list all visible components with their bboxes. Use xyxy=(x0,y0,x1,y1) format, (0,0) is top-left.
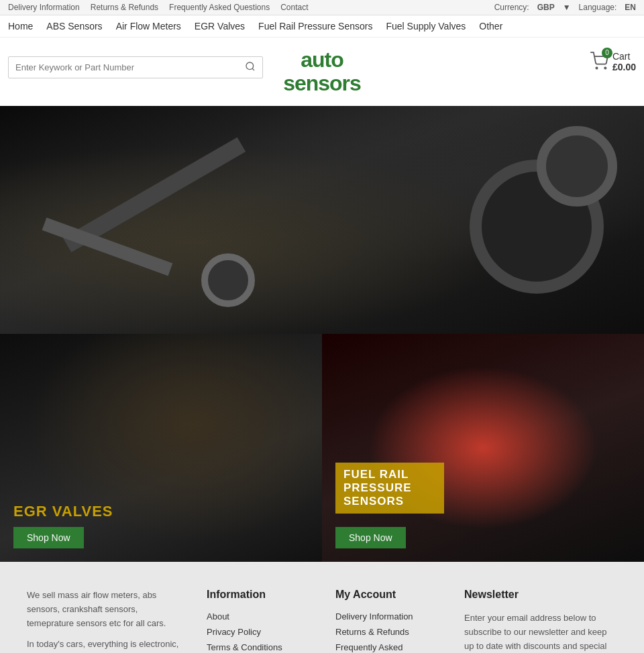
main-nav: Home ABS Sensors Air Flow Meters EGR Val… xyxy=(0,15,644,38)
egr-shop-now-button[interactable]: Shop Now xyxy=(13,527,84,548)
fuel-banner-title: FUEL RAIL PRESSURE SENSORS xyxy=(343,468,436,508)
footer-returns-link[interactable]: Returns & Refunds xyxy=(335,627,437,637)
top-bar: Delivery Information Returns & Refunds F… xyxy=(0,0,644,15)
top-bar-links: Delivery Information Returns & Refunds F… xyxy=(8,3,309,12)
fuel-banner-title-wrap: FUEL RAIL PRESSURE SENSORS xyxy=(335,463,444,514)
egr-banner: EGR VALVES Shop Now xyxy=(0,334,322,562)
nav-fuel-supply[interactable]: Fuel Supply Valves xyxy=(386,21,466,32)
footer-terms-link[interactable]: Terms & Conditions xyxy=(207,642,309,652)
egr-banner-title: EGR VALVES xyxy=(13,503,113,520)
language-label: Language: xyxy=(579,3,617,12)
fuel-banner-content: FUEL RAIL PRESSURE SENSORS Shop Now xyxy=(335,463,553,548)
svg-point-0 xyxy=(246,62,254,70)
footer-faq-link[interactable]: Frequently Asked Questions xyxy=(335,642,437,653)
currency-label: Currency: xyxy=(494,3,529,12)
nav-air-flow-meters[interactable]: Air Flow Meters xyxy=(116,21,181,32)
footer-info-col: Information About Privacy Policy Terms &… xyxy=(207,589,309,653)
search-icon xyxy=(245,61,256,72)
site-logo[interactable]: auto sensors xyxy=(283,48,361,95)
footer-newsletter-heading: Newsletter xyxy=(464,589,617,601)
top-bar-settings: Currency: GBP ▼ Language: EN xyxy=(494,3,636,12)
footer-about-link[interactable]: About xyxy=(207,611,309,621)
hero-bg xyxy=(0,106,644,334)
footer-newsletter-desc: Enter your email address below to subscr… xyxy=(464,611,617,653)
cart-info: Cart £0.00 xyxy=(612,51,636,72)
footer-privacy-link[interactable]: Privacy Policy xyxy=(207,627,309,637)
nav-egr-valves[interactable]: EGR Valves xyxy=(195,21,245,32)
hero-image xyxy=(0,106,644,334)
footer-delivery-link[interactable]: Delivery Information xyxy=(335,611,437,621)
language-value[interactable]: EN xyxy=(625,3,636,12)
cart-badge: 0 xyxy=(602,48,612,58)
search-input[interactable] xyxy=(9,58,238,76)
hero-decoration-circle2 xyxy=(537,126,617,206)
footer-newsletter-col: Newsletter Enter your email address belo… xyxy=(464,589,617,653)
footer-info-heading: Information xyxy=(207,589,309,601)
nav-abs-sensors[interactable]: ABS Sensors xyxy=(46,21,102,32)
fuel-banner: FUEL RAIL PRESSURE SENSORS Shop Now xyxy=(322,334,644,562)
egr-banner-content: EGR VALVES Shop Now xyxy=(13,503,113,548)
logo-line2: sensors xyxy=(283,72,361,95)
cart-amount: £0.00 xyxy=(612,62,636,72)
nav-home[interactable]: Home xyxy=(8,21,33,32)
search-button[interactable] xyxy=(238,57,262,78)
cart-icon-wrap[interactable]: 0 xyxy=(590,52,608,72)
nav-fuel-rail[interactable]: Fuel Rail Pressure Sensors xyxy=(258,21,372,32)
footer-account-heading: My Account xyxy=(335,589,437,601)
svg-line-1 xyxy=(252,68,254,70)
svg-point-3 xyxy=(604,67,606,68)
footer-about-col: We sell mass air flow meters, abs sensor… xyxy=(27,589,180,653)
topbar-returns-link[interactable]: Returns & Refunds xyxy=(91,3,158,12)
cart-label: Cart xyxy=(612,51,636,62)
search-bar[interactable] xyxy=(8,56,263,78)
currency-value[interactable]: GBP xyxy=(537,3,555,12)
nav-other[interactable]: Other xyxy=(479,21,502,32)
footer-about-text2: In today's cars, everything is electroni… xyxy=(27,638,180,653)
product-banners: EGR VALVES Shop Now FUEL RAIL PRESSURE S… xyxy=(0,334,644,562)
svg-point-2 xyxy=(596,67,597,68)
hero-decoration-gear xyxy=(201,253,255,307)
footer-account-col: My Account Delivery Information Returns … xyxy=(335,589,437,653)
cart-area[interactable]: 0 Cart £0.00 xyxy=(590,51,636,72)
topbar-contact-link[interactable]: Contact xyxy=(280,3,308,12)
topbar-delivery-link[interactable]: Delivery Information xyxy=(8,3,80,12)
footer-about-text1: We sell mass air flow meters, abs sensor… xyxy=(27,589,180,630)
logo-line1: auto xyxy=(283,48,361,72)
currency-chevron: ▼ xyxy=(563,3,571,12)
fuel-shop-now-button[interactable]: Shop Now xyxy=(335,527,406,548)
footer-top: We sell mass air flow meters, abs sensor… xyxy=(0,562,644,653)
topbar-faq-link[interactable]: Frequently Asked Questions xyxy=(169,3,270,12)
header: auto sensors 0 Cart £0.00 xyxy=(0,38,644,106)
